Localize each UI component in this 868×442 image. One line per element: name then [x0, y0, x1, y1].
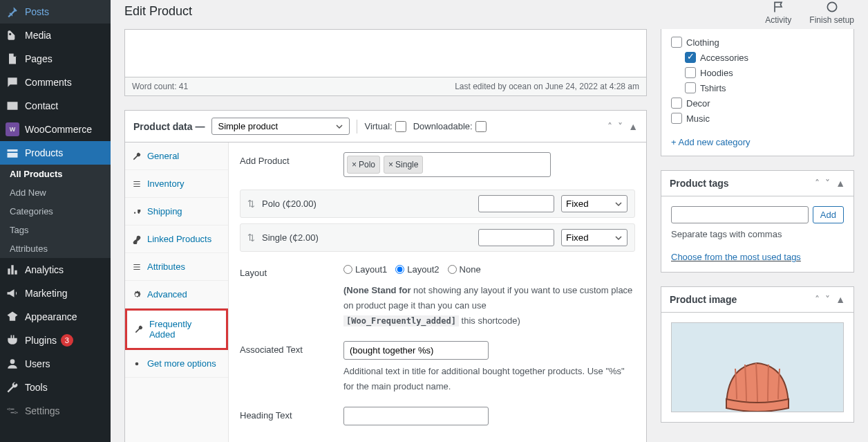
sidebar-item-products[interactable]: Products: [0, 141, 111, 165]
assoc-text-input[interactable]: [343, 341, 489, 360]
submenu-all-products[interactable]: All Products: [0, 165, 111, 183]
move-up-icon[interactable]: ˄: [815, 294, 820, 305]
sidebar-label: Media: [25, 30, 51, 41]
category-item[interactable]: Decor: [671, 95, 844, 111]
sidebar-item-appearance[interactable]: Appearance: [0, 305, 111, 329]
price-row-name: Polo (₵20.00): [262, 199, 471, 209]
product-image-preview[interactable]: [671, 322, 844, 412]
category-item[interactable]: Accessories: [671, 50, 844, 65]
tab-inventory[interactable]: Inventory: [125, 170, 228, 198]
downloadable-checkbox-label[interactable]: Downloadable:: [413, 121, 487, 132]
sidebar-item-media[interactable]: Media: [0, 24, 111, 47]
downloadable-checkbox[interactable]: [475, 121, 487, 132]
tab-attributes[interactable]: Attributes: [125, 253, 228, 281]
collapse-icon[interactable]: ▲: [836, 178, 845, 189]
submenu-add-new[interactable]: Add New: [0, 183, 111, 202]
tag-input[interactable]: [671, 206, 809, 223]
price-type-select[interactable]: Fixed: [561, 195, 628, 212]
comment-icon: [6, 75, 19, 89]
page-header: Edit Product Activity Finish setup: [111, 0, 868, 29]
sidebar-label: Analytics: [25, 264, 64, 275]
page-title: Edit Product: [124, 0, 192, 23]
sidebar-label: Users: [25, 358, 50, 369]
add-tag-button[interactable]: Add: [813, 206, 844, 223]
assoc-text-help: Additional text in title for additional …: [343, 364, 635, 394]
remove-tag-icon[interactable]: ×: [352, 160, 357, 169]
category-item[interactable]: Tshirts: [671, 80, 844, 95]
sidebar-item-pages[interactable]: Pages: [0, 47, 111, 71]
pin-icon: [6, 5, 19, 19]
layout-radio-none[interactable]: None: [448, 264, 481, 275]
add-category-link[interactable]: + Add new category: [671, 137, 751, 147]
circle-icon: [825, 0, 839, 14]
sidebar-item-woocommerce[interactable]: W WooCommerce: [0, 118, 111, 141]
sidebar-item-settings[interactable]: Settings: [0, 399, 111, 423]
add-product-tag-input[interactable]: ×Polo ×Single: [343, 152, 551, 177]
sidebar-label: Contact: [25, 100, 58, 111]
drag-handle-icon[interactable]: ⇅: [247, 232, 255, 243]
sidebar-item-posts[interactable]: Posts: [0, 0, 111, 24]
tab-advanced[interactable]: Advanced: [125, 281, 228, 309]
sidebar-label: Tools: [25, 382, 48, 393]
category-item[interactable]: Hoodies: [671, 65, 844, 80]
choose-used-tags-link[interactable]: Choose from the most used tags: [671, 252, 801, 262]
tags-hint: Separate tags with commas: [661, 229, 853, 246]
sidebar-label: Appearance: [25, 311, 77, 322]
product-tags-box: Product tags ˄ ˅ ▲ Add Separate tags wit…: [661, 170, 854, 273]
product-type-select[interactable]: Simple product: [211, 118, 350, 135]
price-value-input[interactable]: [478, 195, 554, 212]
products-submenu: All Products Add New Categories Tags Att…: [0, 165, 111, 258]
move-up-icon[interactable]: ˄: [815, 178, 820, 189]
sidebar-item-tools[interactable]: Tools: [0, 376, 111, 399]
sidebar-label: Settings: [25, 405, 60, 416]
tab-linked-products[interactable]: Linked Products: [125, 225, 228, 253]
remove-tag-icon[interactable]: ×: [388, 160, 393, 169]
price-row-name: Single (₵2.00): [262, 232, 471, 243]
plugins-count-badge: 3: [61, 334, 73, 347]
move-up-icon[interactable]: ˄: [607, 121, 612, 132]
collapse-icon[interactable]: ▲: [836, 294, 845, 305]
sidebar-item-comments[interactable]: Comments: [0, 71, 111, 94]
flag-icon: [771, 0, 785, 14]
submenu-attributes[interactable]: Attributes: [0, 239, 111, 258]
move-down-icon[interactable]: ˅: [825, 294, 830, 305]
tools-icon: [6, 380, 19, 394]
sidebar-label: Pages: [25, 53, 53, 64]
submenu-categories[interactable]: Categories: [0, 202, 111, 221]
tab-frequently-added[interactable]: Frequently Added: [125, 309, 228, 350]
collapse-icon[interactable]: ▲: [628, 121, 638, 132]
price-row: ⇅ Single (₵2.00) Fixed: [240, 223, 635, 252]
sidebar-label: Comments: [25, 77, 72, 88]
move-down-icon[interactable]: ˅: [618, 121, 623, 132]
tag-pill[interactable]: ×Polo: [347, 156, 380, 174]
sidebar-item-marketing[interactable]: Marketing: [0, 282, 111, 305]
marketing-icon: [6, 286, 19, 300]
activity-link[interactable]: Activity: [765, 0, 791, 25]
category-item[interactable]: Music: [671, 111, 844, 126]
finish-setup-link[interactable]: Finish setup: [809, 0, 854, 25]
sidebar-item-analytics[interactable]: Analytics: [0, 258, 111, 282]
heading-text-input[interactable]: [343, 407, 489, 425]
submenu-tags[interactable]: Tags: [0, 221, 111, 239]
category-item[interactable]: Clothing: [671, 35, 844, 50]
tab-shipping[interactable]: Shipping: [125, 198, 228, 225]
tab-general[interactable]: General: [125, 142, 228, 170]
tag-pill[interactable]: ×Single: [384, 156, 423, 174]
editor-body[interactable]: [124, 29, 647, 77]
layout-radio-2[interactable]: Layout2: [395, 264, 439, 275]
analytics-icon: [6, 263, 19, 277]
virtual-checkbox[interactable]: [395, 121, 406, 132]
sidebar-item-plugins[interactable]: Plugins 3: [0, 329, 111, 352]
sidebar-item-contact[interactable]: Contact: [0, 94, 111, 118]
drag-handle-icon[interactable]: ⇅: [247, 199, 255, 209]
layout-radio-1[interactable]: Layout1: [343, 264, 387, 275]
finish-label: Finish setup: [809, 15, 854, 25]
sidebar-label: Posts: [25, 6, 49, 17]
move-down-icon[interactable]: ˅: [825, 178, 830, 189]
price-value-input[interactable]: [478, 229, 554, 246]
tab-get-more-options[interactable]: Get more options: [125, 350, 228, 378]
sidebar-item-users[interactable]: Users: [0, 352, 111, 376]
plugin-icon: [6, 333, 19, 347]
price-type-select[interactable]: Fixed: [561, 229, 628, 246]
virtual-checkbox-label[interactable]: Virtual:: [364, 121, 406, 132]
